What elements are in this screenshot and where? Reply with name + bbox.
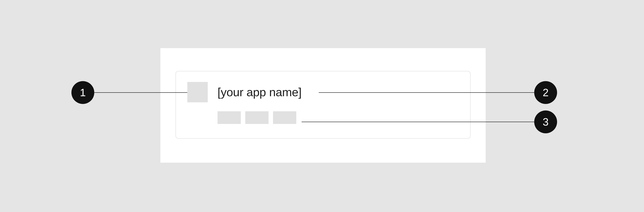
placeholder-block [245, 111, 268, 124]
app-card [176, 71, 470, 139]
annotation-badge-3: 3 [534, 110, 557, 133]
annotation-number: 2 [543, 86, 549, 99]
annotation-badge-1: 1 [72, 81, 94, 104]
app-icon-placeholder [187, 82, 208, 102]
placeholder-block [218, 111, 241, 124]
placeholder-block [273, 111, 296, 124]
app-name-label: [your app name] [218, 85, 302, 99]
annotation-badge-2: 2 [534, 81, 557, 104]
annotation-number: 1 [80, 86, 86, 99]
annotation-number: 3 [543, 116, 549, 128]
